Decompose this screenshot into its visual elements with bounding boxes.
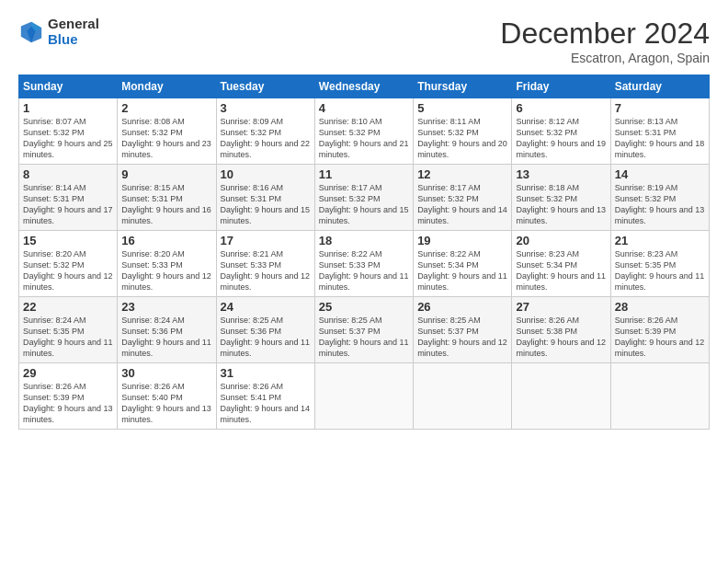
day-number: 5 [417, 101, 507, 115]
cell-info: Sunrise: 8:26 AMSunset: 5:39 PMDaylight:… [23, 382, 113, 424]
table-cell: 16Sunrise: 8:20 AMSunset: 5:33 PMDayligh… [118, 231, 216, 297]
day-number: 27 [516, 300, 606, 314]
day-number: 12 [417, 167, 507, 181]
col-wednesday: Wednesday [314, 75, 413, 98]
table-cell: 4Sunrise: 8:10 AMSunset: 5:32 PMDaylight… [314, 98, 413, 165]
cell-info: Sunrise: 8:23 AMSunset: 5:35 PMDaylight:… [615, 249, 705, 292]
table-cell: 19Sunrise: 8:22 AMSunset: 5:34 PMDayligh… [414, 231, 512, 297]
cell-info: Sunrise: 8:25 AMSunset: 5:37 PMDaylight:… [319, 316, 409, 358]
table-cell: 5Sunrise: 8:11 AMSunset: 5:32 PMDaylight… [414, 98, 512, 165]
day-number: 6 [516, 101, 606, 115]
day-number: 1 [23, 101, 113, 115]
day-number: 9 [121, 167, 211, 181]
cell-info: Sunrise: 8:14 AMSunset: 5:31 PMDaylight:… [23, 183, 113, 225]
table-cell: 29Sunrise: 8:26 AMSunset: 5:39 PMDayligh… [19, 363, 118, 430]
table-cell: 27Sunrise: 8:26 AMSunset: 5:38 PMDayligh… [512, 297, 610, 363]
cell-info: Sunrise: 8:15 AMSunset: 5:31 PMDaylight:… [121, 183, 211, 225]
logo-general-text: General [48, 17, 99, 32]
cell-info: Sunrise: 8:24 AMSunset: 5:35 PMDaylight:… [23, 316, 113, 358]
cell-info: Sunrise: 8:11 AMSunset: 5:32 PMDaylight:… [417, 117, 507, 159]
cell-info: Sunrise: 8:07 AMSunset: 5:32 PMDaylight:… [23, 117, 113, 159]
cell-info: Sunrise: 8:20 AMSunset: 5:33 PMDaylight:… [121, 249, 211, 292]
cell-info: Sunrise: 8:22 AMSunset: 5:33 PMDaylight:… [319, 249, 409, 292]
day-number: 7 [615, 101, 705, 115]
table-row: 15Sunrise: 8:20 AMSunset: 5:32 PMDayligh… [19, 231, 710, 297]
table-cell: 2Sunrise: 8:08 AMSunset: 5:32 PMDaylight… [118, 98, 216, 165]
day-number: 4 [319, 101, 409, 115]
page-container: General Blue December 2024 Escatron, Ara… [0, 0, 728, 439]
cell-info: Sunrise: 8:17 AMSunset: 5:32 PMDaylight:… [319, 183, 409, 225]
day-number: 19 [417, 234, 507, 247]
table-cell: 30Sunrise: 8:26 AMSunset: 5:40 PMDayligh… [118, 363, 216, 430]
col-saturday: Saturday [610, 75, 709, 98]
table-cell: 11Sunrise: 8:17 AMSunset: 5:32 PMDayligh… [314, 165, 413, 231]
cell-info: Sunrise: 8:23 AMSunset: 5:34 PMDaylight:… [516, 249, 606, 292]
table-cell: 18Sunrise: 8:22 AMSunset: 5:33 PMDayligh… [314, 231, 413, 297]
cell-info: Sunrise: 8:22 AMSunset: 5:34 PMDaylight:… [417, 249, 507, 292]
logo: General Blue [18, 17, 99, 47]
day-number: 22 [23, 300, 113, 314]
table-cell: 9Sunrise: 8:15 AMSunset: 5:31 PMDaylight… [118, 165, 216, 231]
day-number: 24 [221, 300, 311, 314]
cell-info: Sunrise: 8:25 AMSunset: 5:37 PMDaylight:… [417, 316, 507, 358]
table-cell: 17Sunrise: 8:21 AMSunset: 5:33 PMDayligh… [216, 231, 314, 297]
table-cell: 13Sunrise: 8:18 AMSunset: 5:32 PMDayligh… [512, 165, 610, 231]
month-title: December 2024 [500, 17, 710, 51]
col-monday: Monday [118, 75, 216, 98]
day-number: 20 [516, 234, 606, 247]
cell-info: Sunrise: 8:26 AMSunset: 5:40 PMDaylight:… [121, 382, 211, 424]
cell-info: Sunrise: 8:26 AMSunset: 5:39 PMDaylight:… [615, 316, 705, 358]
col-tuesday: Tuesday [216, 75, 314, 98]
table-cell: 10Sunrise: 8:16 AMSunset: 5:31 PMDayligh… [216, 165, 314, 231]
header-row: Sunday Monday Tuesday Wednesday Thursday… [19, 75, 710, 98]
day-number: 13 [516, 167, 606, 181]
day-number: 14 [615, 167, 705, 181]
cell-info: Sunrise: 8:26 AMSunset: 5:38 PMDaylight:… [516, 316, 606, 358]
day-number: 2 [121, 101, 211, 115]
table-cell: 21Sunrise: 8:23 AMSunset: 5:35 PMDayligh… [610, 231, 709, 297]
cell-info: Sunrise: 8:13 AMSunset: 5:31 PMDaylight:… [615, 117, 705, 159]
col-thursday: Thursday [414, 75, 512, 98]
cell-info: Sunrise: 8:21 AMSunset: 5:33 PMDaylight:… [221, 249, 311, 292]
day-number: 29 [23, 366, 113, 380]
day-number: 23 [121, 300, 211, 314]
calendar-body: 1Sunrise: 8:07 AMSunset: 5:32 PMDaylight… [19, 98, 710, 430]
table-cell [512, 363, 610, 430]
day-number: 8 [23, 167, 113, 181]
col-friday: Friday [512, 75, 610, 98]
table-cell: 20Sunrise: 8:23 AMSunset: 5:34 PMDayligh… [512, 231, 610, 297]
day-number: 28 [615, 300, 705, 314]
table-cell: 31Sunrise: 8:26 AMSunset: 5:41 PMDayligh… [216, 363, 314, 430]
day-number: 16 [121, 234, 211, 247]
cell-info: Sunrise: 8:12 AMSunset: 5:32 PMDaylight:… [516, 117, 606, 159]
table-cell: 14Sunrise: 8:19 AMSunset: 5:32 PMDayligh… [610, 165, 709, 231]
table-cell: 1Sunrise: 8:07 AMSunset: 5:32 PMDaylight… [19, 98, 118, 165]
title-block: December 2024 Escatron, Aragon, Spain [500, 17, 710, 65]
day-number: 17 [221, 234, 311, 247]
table-cell: 23Sunrise: 8:24 AMSunset: 5:36 PMDayligh… [118, 297, 216, 363]
table-cell [314, 363, 413, 430]
day-number: 11 [319, 167, 409, 181]
table-cell: 24Sunrise: 8:25 AMSunset: 5:36 PMDayligh… [216, 297, 314, 363]
col-sunday: Sunday [19, 75, 118, 98]
table-cell [610, 363, 709, 430]
table-cell [414, 363, 512, 430]
table-cell: 26Sunrise: 8:25 AMSunset: 5:37 PMDayligh… [414, 297, 512, 363]
table-row: 29Sunrise: 8:26 AMSunset: 5:39 PMDayligh… [19, 363, 710, 430]
table-cell: 8Sunrise: 8:14 AMSunset: 5:31 PMDaylight… [19, 165, 118, 231]
cell-info: Sunrise: 8:26 AMSunset: 5:41 PMDaylight:… [221, 382, 311, 424]
logo-icon [18, 19, 44, 45]
day-number: 3 [221, 101, 311, 115]
table-row: 8Sunrise: 8:14 AMSunset: 5:31 PMDaylight… [19, 165, 710, 231]
table-cell: 6Sunrise: 8:12 AMSunset: 5:32 PMDaylight… [512, 98, 610, 165]
table-cell: 15Sunrise: 8:20 AMSunset: 5:32 PMDayligh… [19, 231, 118, 297]
day-number: 26 [417, 300, 507, 314]
cell-info: Sunrise: 8:16 AMSunset: 5:31 PMDaylight:… [221, 183, 311, 225]
cell-info: Sunrise: 8:08 AMSunset: 5:32 PMDaylight:… [121, 117, 211, 159]
cell-info: Sunrise: 8:10 AMSunset: 5:32 PMDaylight:… [319, 117, 409, 159]
cell-info: Sunrise: 8:09 AMSunset: 5:32 PMDaylight:… [221, 117, 311, 159]
cell-info: Sunrise: 8:24 AMSunset: 5:36 PMDaylight:… [121, 316, 211, 358]
page-header: General Blue December 2024 Escatron, Ara… [18, 17, 710, 65]
day-number: 31 [221, 366, 311, 380]
day-number: 21 [615, 234, 705, 247]
